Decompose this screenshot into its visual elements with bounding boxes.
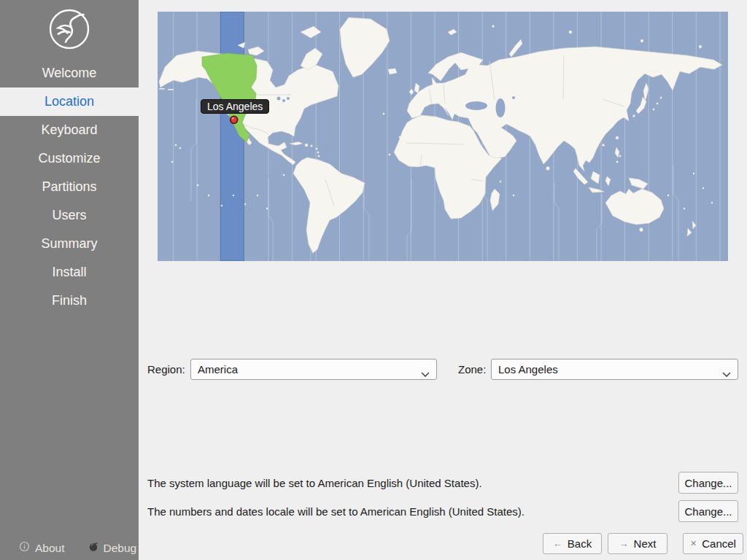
next-button[interactable]: → Next	[608, 533, 667, 554]
change-button-label: Change...	[684, 505, 732, 518]
region-select[interactable]: America	[190, 359, 437, 380]
sidebar-item-label: Summary	[41, 236, 97, 251]
sidebar-item-label: Customize	[38, 151, 100, 166]
cancel-button[interactable]: ✕ Cancel	[683, 533, 743, 554]
city-tooltip: Los Angeles	[201, 99, 269, 114]
sidebar-item-label: Keyboard	[41, 122, 97, 137]
sidebar-item-users[interactable]: Users	[0, 201, 139, 230]
cancel-button-label: Cancel	[702, 537, 736, 550]
next-button-label: Next	[634, 537, 657, 550]
info-icon	[19, 541, 30, 555]
zone-select[interactable]: Los Angeles	[491, 359, 738, 380]
sidebar-item-summary[interactable]: Summary	[0, 230, 139, 258]
sidebar-item-install[interactable]: Install	[0, 258, 139, 287]
sidebar-item-keyboard[interactable]: Keyboard	[0, 116, 139, 144]
sidebar-item-partitions[interactable]: Partitions	[0, 173, 139, 201]
chevron-down-icon	[722, 368, 731, 380]
next-arrow-icon: →	[619, 539, 629, 548]
numbers-locale-text: The numbers and dates locale will be set…	[147, 505, 525, 518]
region-label: Region:	[147, 359, 185, 380]
system-language-text: The system language will be set to Ameri…	[147, 477, 482, 489]
sidebar-item-label: Welcome	[42, 66, 97, 80]
about-label: About	[35, 542, 65, 555]
about-button[interactable]: About	[19, 541, 65, 555]
sidebar-item-label: Finish	[52, 293, 87, 308]
chevron-down-icon	[421, 368, 430, 380]
change-locale-button[interactable]: Change...	[678, 500, 738, 522]
sidebar-item-label: Install	[52, 265, 86, 279]
cancel-x-icon: ✕	[690, 540, 697, 548]
back-button-label: Back	[568, 537, 592, 550]
change-button-label: Change...	[684, 477, 732, 489]
sidebar-item-label: Partitions	[42, 179, 96, 194]
sidebar-footer: About Debug	[19, 541, 136, 555]
debug-icon	[88, 542, 98, 555]
sidebar-item-label: Location	[44, 94, 94, 109]
debug-button[interactable]: Debug	[88, 542, 137, 555]
city-marker	[231, 116, 238, 123]
sidebar-item-finish[interactable]: Finish	[0, 287, 139, 315]
lubuntu-hummingbird-logo-icon	[46, 6, 93, 52]
installer-window: Welcome Location Keyboard Customize Part…	[0, 0, 747, 560]
region-value: America	[198, 363, 238, 376]
sidebar-item-customize[interactable]: Customize	[0, 144, 139, 173]
sidebar-item-welcome[interactable]: Welcome	[0, 59, 139, 88]
sidebar-item-location[interactable]: Location	[0, 88, 139, 116]
timezone-map[interactable]: Los Angeles	[158, 12, 728, 261]
installer-steps-nav: Welcome Location Keyboard Customize Part…	[0, 59, 139, 315]
sidebar: Welcome Location Keyboard Customize Part…	[0, 0, 139, 560]
zone-value: Los Angeles	[498, 363, 558, 376]
change-language-button[interactable]: Change...	[678, 472, 738, 494]
debug-label: Debug	[104, 542, 137, 555]
zone-label: Zone:	[458, 359, 486, 380]
back-arrow-icon: ←	[553, 539, 562, 548]
sidebar-item-label: Users	[52, 208, 86, 222]
back-button[interactable]: ← Back	[543, 533, 602, 554]
